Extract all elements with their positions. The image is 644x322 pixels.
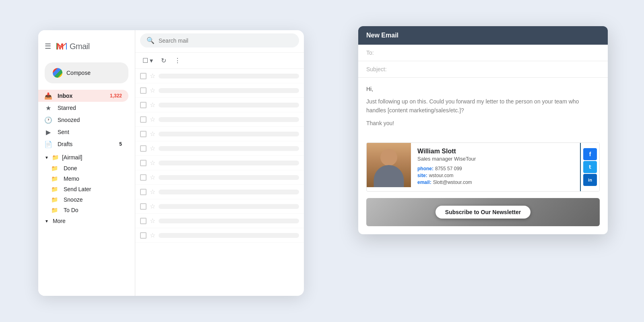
subfolder-memo[interactable]: 📁 Memo [38,173,135,184]
star-icon[interactable]: ☆ [150,217,155,225]
sidebar-item-snoozed[interactable]: 🕐 Snoozed [38,114,128,126]
airmail-folder-expand[interactable]: ▼ 📁 [Airmail] [38,152,135,163]
subfolder-snooze[interactable]: 📁 Snooze [38,194,135,205]
email-label: email: [417,180,431,185]
email-checkbox[interactable] [140,160,147,166]
subfolder-send-later-label: Send Later [64,186,91,192]
email-value: Slott@wstour.com [433,180,472,185]
email-content-bar [159,233,299,238]
email-row[interactable]: ☆ [135,185,304,199]
email-greeting: Hi, [366,86,600,92]
email-content-bar [159,204,299,209]
subject-field[interactable]: Subject: [358,61,608,78]
email-content-bar [159,117,299,122]
newsletter-button[interactable]: Subscribe to Our Newsletter [436,206,530,219]
hamburger-icon[interactable]: ☰ [45,42,51,51]
signature-info: William Slott Sales manager WiseTour pho… [411,143,580,191]
modal-title: New Email [366,32,398,39]
subfolder-snooze-label: Snooze [64,196,83,203]
more-chevron-icon: ▼ [45,219,49,223]
email-checkbox[interactable] [140,102,147,108]
star-icon[interactable]: ☆ [150,130,155,138]
linkedin-button[interactable]: in [583,174,597,186]
sidebar-item-drafts[interactable]: 📄 Drafts 5 [38,138,128,150]
email-checkbox[interactable] [140,131,147,137]
email-checkbox[interactable] [140,87,147,94]
airmail-label: [Airmail] [62,154,83,161]
star-icon[interactable]: ☆ [150,87,155,94]
linkedin-icon: in [588,178,592,182]
expand-arrow-icon: ▼ [45,155,49,160]
inbox-label: Inbox [58,93,72,99]
sig-phone: phone: 8755 57 099 [417,166,574,171]
star-icon[interactable]: ☆ [150,144,155,152]
gmail-sidebar: ☰ M Gmail Compose 📥 [38,30,135,296]
star-icon[interactable]: ☆ [150,116,155,123]
to-field[interactable]: To: [358,45,608,61]
toolbar-row: ☐ ▾ ↻ ⋮ [135,53,304,69]
email-checkbox[interactable] [140,116,147,123]
refresh-button[interactable]: ↻ [159,54,169,67]
sent-icon: ▶ [45,128,52,136]
more-options-button[interactable]: ⋮ [172,54,183,67]
drafts-badge: 5 [119,141,122,147]
email-row[interactable]: ☆ [135,170,304,185]
email-row[interactable]: ☆ [135,141,304,156]
svg-text:M: M [56,41,64,52]
inbox-badge: 1,322 [110,93,122,99]
facebook-icon: f [589,151,591,157]
subfolder-send-later-icon: 📁 [51,186,58,192]
email-checkbox[interactable] [140,232,147,239]
subject-label: Subject: [366,66,387,72]
phone-value: 8755 57 099 [435,166,462,171]
compose-button[interactable]: Compose [45,62,128,83]
subfolder-todo[interactable]: 📁 To Do [38,205,135,215]
subfolder-memo-label: Memo [64,175,79,182]
sig-email: email: Slott@wstour.com [417,180,574,185]
email-checkbox[interactable] [140,218,147,224]
email-row[interactable]: ☆ [135,214,304,228]
email-row[interactable]: ☆ [135,112,304,127]
email-checkbox[interactable] [140,174,147,181]
email-row[interactable]: ☆ [135,199,304,214]
star-icon[interactable]: ☆ [150,173,155,181]
sidebar-item-inbox[interactable]: 📥 Inbox 1,322 [38,90,128,102]
star-icon[interactable]: ☆ [150,188,155,196]
folder-icon: 📁 [52,154,59,161]
facebook-button[interactable]: f [583,148,597,160]
email-list-header: 🔍 [135,30,304,53]
sig-title: Sales manager WiseTour [417,156,574,162]
more-item[interactable]: ▼ More [38,215,135,227]
email-row[interactable]: ☆ [135,69,304,83]
sidebar-item-starred[interactable]: ★ Starred [38,102,128,114]
email-checkbox[interactable] [140,73,147,79]
star-icon[interactable]: ☆ [150,101,155,109]
email-row[interactable]: ☆ [135,98,304,112]
sidebar-item-sent[interactable]: ▶ Sent [38,126,128,138]
subfolder-done[interactable]: 📁 Done [38,163,135,173]
new-email-modal: New Email To: Subject: Hi, Just followin… [358,26,608,234]
sig-site: site: wstour.com [417,173,574,178]
email-row[interactable]: ☆ [135,156,304,170]
star-icon[interactable]: ☆ [150,159,155,167]
email-row[interactable]: ☆ [135,127,304,141]
newsletter-block: Subscribe to Our Newsletter [366,198,600,226]
email-row[interactable]: ☆ [135,83,304,98]
twitter-button[interactable]: 𝕥 [583,161,597,173]
email-thanks: Thank you! [366,120,600,126]
email-row[interactable]: ☆ [135,228,304,243]
star-icon[interactable]: ☆ [150,72,155,80]
star-icon[interactable]: ☆ [150,202,155,210]
drafts-icon: 📄 [45,140,52,148]
email-checkbox[interactable] [140,189,147,195]
email-checkbox[interactable] [140,145,147,152]
star-icon[interactable]: ☆ [150,231,155,239]
subfolder-send-later[interactable]: 📁 Send Later [38,184,135,194]
sidebar-header: ☰ M Gmail [38,37,135,59]
email-checkbox[interactable] [140,203,147,210]
select-all-button[interactable]: ☐ ▾ [140,54,155,67]
twitter-icon: 𝕥 [589,164,591,170]
search-input[interactable] [159,37,293,44]
search-bar[interactable]: 🔍 [140,33,299,47]
starred-label: Starred [58,105,76,111]
